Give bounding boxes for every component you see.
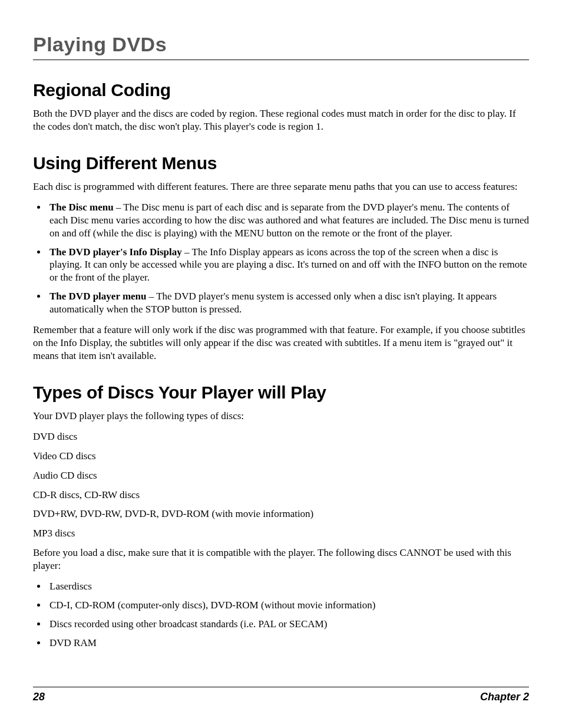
chapter-label: Chapter 2 [480, 691, 529, 703]
page-footer: 28 Chapter 2 [33, 687, 529, 703]
menus-item-rest: – The Disc menu is part of each disc and… [49, 202, 529, 239]
compatible-item: Video CD discs [33, 450, 529, 463]
compatible-item: CD-R discs, CD-RW discs [33, 489, 529, 502]
incompat-list: Laserdiscs CD-I, CD-ROM (computer-only d… [33, 580, 529, 649]
compatible-item: DVD discs [33, 430, 529, 443]
incompat-intro: Before you load a disc, make sure that i… [33, 546, 529, 572]
compatible-item: DVD+RW, DVD-RW, DVD-R, DVD-ROM (with mov… [33, 508, 529, 521]
menus-item-lead: The DVD player's Info Display [49, 246, 182, 258]
types-intro: Your DVD player plays the following type… [33, 410, 529, 423]
chapter-title: Playing DVDs [33, 33, 529, 60]
menus-intro: Each disc is programmed with different f… [33, 180, 529, 193]
menus-outro: Remember that a feature will only work i… [33, 324, 529, 362]
menus-item: The Disc menu – The Disc menu is part of… [47, 201, 529, 239]
incompat-item: Discs recorded using other broadcast sta… [47, 618, 529, 631]
menus-item-lead: The Disc menu [49, 202, 114, 213]
section-heading-regional: Regional Coding [33, 80, 529, 100]
section-heading-menus: Using Different Menus [33, 153, 529, 173]
menus-item: The DVD player's Info Display – The Info… [47, 246, 529, 284]
menus-list: The Disc menu – The Disc menu is part of… [33, 201, 529, 315]
page-number: 28 [33, 691, 45, 703]
regional-body: Both the DVD player and the discs are co… [33, 107, 529, 133]
incompat-item: CD-I, CD-ROM (computer-only discs), DVD-… [47, 599, 529, 612]
menus-item-lead: The DVD player menu [49, 291, 147, 302]
section-heading-types: Types of Discs Your Player will Play [33, 383, 529, 403]
incompat-item: Laserdiscs [47, 580, 529, 593]
compatible-item: MP3 discs [33, 527, 529, 540]
page: Playing DVDs Regional Coding Both the DV… [0, 0, 562, 728]
incompat-item: DVD RAM [47, 637, 529, 650]
menus-item: The DVD player menu – The DVD player's m… [47, 290, 529, 316]
compatible-item: Audio CD discs [33, 469, 529, 482]
